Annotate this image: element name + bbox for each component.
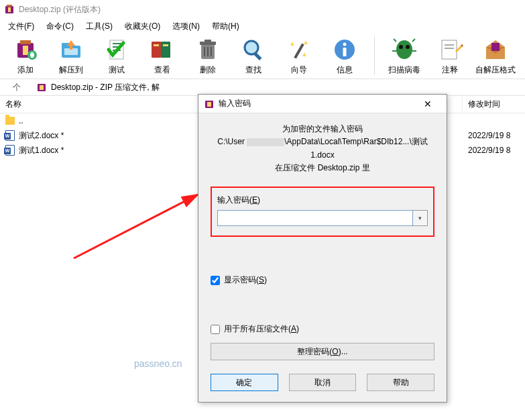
svg-line-36 [412, 39, 415, 42]
toolbar-delete[interactable]: 删除 [189, 36, 227, 76]
svg-line-35 [394, 39, 396, 42]
window-titlebar: Desktop.zip (评估版本) [0, 0, 525, 19]
svg-rect-16 [152, 42, 161, 58]
toolbar-add-label: 添加 [17, 64, 34, 76]
window-title: Desktop.zip (评估版本) [19, 4, 101, 15]
svg-rect-17 [161, 42, 170, 58]
view-icon [149, 36, 176, 63]
highlighted-input-area: 输入密码(E) ▾ [211, 187, 434, 237]
dialog-title: 输入密码 [219, 98, 414, 109]
svg-rect-24 [207, 47, 209, 56]
row-file-1-name: 测试2.docx * [19, 130, 64, 142]
toolbar-wizard[interactable]: 向导 [280, 36, 318, 76]
svg-rect-19 [163, 44, 168, 46]
dialog-titlebar[interactable]: 输入密码 ✕ [198, 95, 447, 113]
toolbar-info-label: 信息 [337, 64, 353, 76]
svg-point-33 [399, 45, 403, 49]
sfx-icon [482, 36, 509, 63]
folder-icon [5, 117, 15, 125]
col-date[interactable]: 修改时间 [463, 96, 523, 113]
docx-icon [5, 145, 15, 156]
use-for-all-checkbox[interactable]: 用于所有压缩文件(A) [211, 323, 434, 335]
row-file-2-name: 测试1.docx * [19, 145, 64, 156]
svg-rect-40 [445, 44, 454, 46]
menu-file[interactable]: 文件(F) [3, 19, 40, 34]
toolbar-add[interactable]: 添加 [7, 36, 44, 76]
svg-rect-8 [31, 52, 34, 58]
dialog-message: 为加密的文件输入密码 C:\User \AppData\Local\Temp\R… [211, 123, 434, 174]
password-input[interactable] [217, 210, 413, 226]
password-dialog: 输入密码 ✕ 为加密的文件输入密码 C:\User \AppData\Local… [198, 94, 447, 403]
password-dropdown[interactable]: ▾ [413, 210, 428, 226]
svg-point-30 [343, 43, 347, 46]
svg-rect-27 [253, 52, 261, 60]
toolbar-info[interactable]: 信息 [326, 36, 363, 76]
toolbar-sfx[interactable]: 自解压格式 [477, 36, 514, 76]
svg-rect-22 [205, 40, 211, 42]
use-for-all-box[interactable] [211, 325, 220, 334]
svg-rect-47 [207, 102, 211, 107]
menu-options[interactable]: 选项(N) [167, 19, 205, 34]
dialog-msg-line3: 在压缩文件 Desktop.zip 里 [211, 162, 434, 174]
toolbar-comment[interactable]: 注释 [431, 36, 469, 76]
svg-rect-5 [23, 46, 28, 55]
svg-rect-25 [211, 47, 212, 56]
svg-rect-41 [445, 48, 454, 49]
svg-point-32 [396, 40, 412, 59]
toolbar-extract[interactable]: 解压到 [52, 36, 90, 76]
password-label: 输入密码(E) [217, 195, 428, 206]
svg-rect-42 [491, 43, 500, 51]
toolbar-view-label: 查看 [154, 64, 170, 76]
toolbar-separator [374, 36, 375, 75]
toolbar-test-label: 测试 [109, 64, 125, 76]
address-path[interactable]: Desktop.zip - ZIP 压缩文件, 解 [34, 82, 525, 93]
row-file-1-date: 2022/9/19 8 [463, 129, 523, 142]
menu-commands[interactable]: 命令(C) [41, 19, 79, 34]
svg-rect-44 [40, 85, 44, 90]
dialog-footer: 确定 取消 帮助 [198, 367, 447, 402]
toolbar-view[interactable]: 查看 [143, 36, 181, 76]
menu-help[interactable]: 帮助(H) [207, 19, 245, 34]
ok-button[interactable]: 确定 [211, 374, 278, 391]
toolbar-scan[interactable]: 扫描病毒 [386, 36, 423, 76]
toolbar-wizard-label: 向导 [291, 64, 307, 76]
svg-rect-1 [7, 5, 12, 7]
menu-tools[interactable]: 工具(S) [80, 19, 118, 34]
redacted-username [247, 138, 284, 146]
up-button[interactable]: 个 [0, 82, 34, 93]
row-parent-name: .. [19, 116, 23, 125]
toolbar-test[interactable]: 测试 [98, 36, 135, 76]
toolbar-comment-label: 注释 [442, 64, 458, 76]
manage-passwords-button[interactable]: 整理密码(O)... [211, 343, 434, 360]
up-label: 个 [13, 83, 21, 92]
archive-small-icon [36, 82, 47, 93]
svg-point-34 [406, 45, 410, 49]
svg-rect-39 [442, 40, 457, 59]
show-password-box[interactable] [211, 276, 220, 285]
use-for-all-label: 用于所有压缩文件(A) [224, 323, 299, 335]
close-button[interactable]: ✕ [414, 99, 441, 109]
info-icon [331, 36, 358, 63]
toolbar-find-label: 查找 [245, 64, 261, 76]
toolbar-sfx-label: 自解压格式 [475, 64, 516, 76]
toolbar-delete-label: 删除 [200, 64, 216, 76]
find-icon [240, 36, 267, 63]
address-text: Desktop.zip - ZIP 压缩文件, 解 [51, 82, 160, 93]
menubar: 文件(F) 命令(C) 工具(S) 收藏夹(O) 选项(N) 帮助(H) [0, 19, 525, 34]
dialog-msg-line1: 为加密的文件输入密码 [211, 123, 434, 136]
chevron-down-icon: ▾ [418, 215, 422, 221]
annotation-arrow [67, 174, 208, 268]
extract-icon [58, 36, 84, 63]
toolbar-find[interactable]: 查找 [235, 36, 272, 76]
wizard-icon [286, 36, 312, 63]
svg-rect-31 [343, 48, 347, 56]
svg-rect-18 [154, 44, 159, 46]
toolbar-extract-label: 解压到 [59, 64, 83, 76]
cancel-button[interactable]: 取消 [289, 374, 357, 391]
scan-icon [391, 36, 418, 63]
show-password-label: 显示密码(S) [224, 274, 267, 286]
menu-favorites[interactable]: 收藏夹(O) [119, 19, 166, 34]
app-icon [4, 4, 15, 15]
show-password-checkbox[interactable]: 显示密码(S) [211, 274, 434, 286]
help-button[interactable]: 帮助 [367, 374, 434, 391]
